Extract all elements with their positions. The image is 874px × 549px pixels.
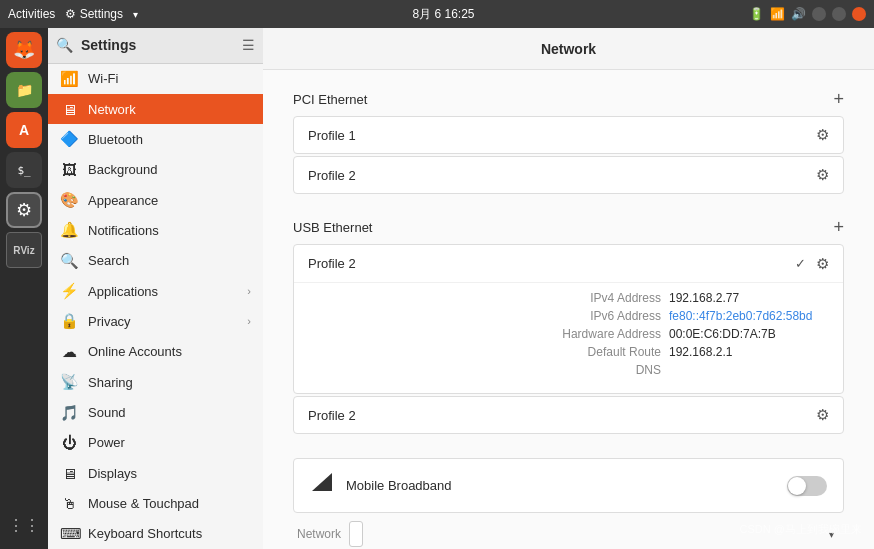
online-accounts-icon: ☁ bbox=[60, 343, 78, 361]
mobile-broadband-row: Mobile Broadband bbox=[293, 458, 844, 513]
content-header: Network bbox=[263, 28, 874, 70]
hardware-label: Hardware Address bbox=[541, 327, 661, 341]
sidebar-menu-icon[interactable]: ☰ bbox=[242, 37, 255, 53]
dns-label: DNS bbox=[541, 363, 661, 377]
ipv6-value: fe80::4f7b:2eb0:7d62:58bd bbox=[669, 309, 829, 323]
pci-profile1-row: Profile 1 ⚙ bbox=[293, 116, 844, 154]
sidebar-item-keyboard-label: Keyboard Shortcuts bbox=[88, 526, 251, 541]
sidebar-item-notifications[interactable]: 🔔 Notifications bbox=[48, 215, 263, 245]
sharing-icon: 📡 bbox=[60, 373, 78, 391]
mobile-network-label: Network bbox=[297, 527, 341, 541]
sidebar-item-bluetooth-label: Bluetooth bbox=[88, 132, 251, 147]
sidebar-title: Settings bbox=[81, 37, 234, 53]
app-name-label[interactable]: ⚙ Settings bbox=[65, 7, 123, 21]
sidebar-item-power[interactable]: ⏻ Power bbox=[48, 428, 263, 458]
taskbar-appstore[interactable]: A bbox=[6, 112, 42, 148]
usb-ethernet-add-button[interactable]: + bbox=[833, 218, 844, 236]
pci-profile1-label: Profile 1 bbox=[308, 128, 816, 143]
taskbar-firefox[interactable]: 🦊 bbox=[6, 32, 42, 68]
usb-expanded-header: Profile 2 ✓ ⚙ bbox=[294, 245, 843, 283]
minimize-button[interactable] bbox=[812, 7, 826, 21]
sidebar-item-appearance[interactable]: 🎨 Appearance bbox=[48, 185, 263, 215]
sidebar-search-icon[interactable]: 🔍 bbox=[56, 37, 73, 53]
mouse-icon: 🖱 bbox=[60, 495, 78, 512]
sidebar-item-keyboard[interactable]: ⌨ Keyboard Shortcuts bbox=[48, 519, 263, 549]
mobile-broadband-toggle[interactable] bbox=[787, 476, 827, 496]
pci-profile2-label: Profile 2 bbox=[308, 168, 816, 183]
ipv6-label: IPv6 Address bbox=[541, 309, 661, 323]
sidebar-item-network-label: Network bbox=[88, 102, 251, 117]
sidebar-item-wifi[interactable]: 📶 Wi-Fi bbox=[48, 64, 263, 94]
taskbar-files[interactable]: 📁 bbox=[6, 72, 42, 108]
power-icon: ⏻ bbox=[60, 434, 78, 451]
pci-profile1-gear-button[interactable]: ⚙ bbox=[816, 126, 829, 144]
profile2-check-icon: ✓ bbox=[795, 256, 806, 271]
sidebar-item-search[interactable]: 🔍 Search bbox=[48, 246, 263, 276]
taskbar-settings[interactable]: ⚙ bbox=[6, 192, 42, 228]
usb-ethernet-section: USB Ethernet + Profile 2 ✓ ⚙ IPv4 Addres… bbox=[293, 218, 844, 434]
sidebar-item-sound[interactable]: 🎵 Sound bbox=[48, 397, 263, 427]
sidebar-item-online-accounts-label: Online Accounts bbox=[88, 344, 251, 359]
sidebar-item-background-label: Background bbox=[88, 162, 251, 177]
usb-expanded-profile: Profile 2 ✓ ⚙ IPv4 Address 192.168.2.77 … bbox=[293, 244, 844, 394]
sidebar: 🔍 Settings ☰ 📶 Wi-Fi 🖥 Network 🔷 Bluetoo… bbox=[48, 28, 263, 549]
network-select[interactable] bbox=[349, 521, 363, 547]
sidebar-item-power-label: Power bbox=[88, 435, 251, 450]
sidebar-item-search-label: Search bbox=[88, 253, 251, 268]
ipv4-label: IPv4 Address bbox=[541, 291, 661, 305]
default-route-row: Default Route 192.168.2.1 bbox=[308, 345, 829, 359]
sidebar-item-displays[interactable]: 🖥 Displays bbox=[48, 458, 263, 488]
close-button[interactable] bbox=[852, 7, 866, 21]
privacy-icon: 🔒 bbox=[60, 312, 78, 330]
sidebar-item-online-accounts[interactable]: ☁ Online Accounts bbox=[48, 337, 263, 367]
pci-ethernet-section: PCI Ethernet + Profile 1 ⚙ Profile 2 ⚙ bbox=[293, 90, 844, 194]
sidebar-item-wifi-label: Wi-Fi bbox=[88, 71, 251, 86]
ipv6-row: IPv6 Address fe80::4f7b:2eb0:7d62:58bd bbox=[308, 309, 829, 323]
sidebar-item-privacy[interactable]: 🔒 Privacy › bbox=[48, 306, 263, 336]
sidebar-item-sound-label: Sound bbox=[88, 405, 251, 420]
pci-ethernet-header: PCI Ethernet + bbox=[293, 90, 844, 108]
sidebar-header: 🔍 Settings ☰ bbox=[48, 28, 263, 64]
sidebar-item-applications-label: Applications bbox=[88, 284, 237, 299]
sidebar-item-bluetooth[interactable]: 🔷 Bluetooth bbox=[48, 124, 263, 154]
sidebar-item-background[interactable]: 🖼 Background bbox=[48, 155, 263, 185]
app-arrow-icon: ▾ bbox=[133, 9, 138, 20]
content-title: Network bbox=[541, 41, 596, 57]
privacy-arrow-icon: › bbox=[247, 315, 251, 327]
sidebar-item-applications[interactable]: ⚡ Applications › bbox=[48, 276, 263, 306]
taskbar-terminal[interactable]: $_ bbox=[6, 152, 42, 188]
usb-profile2b-row: Profile 2 ⚙ bbox=[293, 396, 844, 434]
usb-profile2-gear-button[interactable]: ⚙ bbox=[816, 255, 829, 273]
bluetooth-icon: 🔷 bbox=[60, 130, 78, 148]
sidebar-item-notifications-label: Notifications bbox=[88, 223, 251, 238]
watermark: CSDN @马上到我碗里来 bbox=[740, 522, 862, 537]
sidebar-item-sharing[interactable]: 📡 Sharing bbox=[48, 367, 263, 397]
usb-profile2b-gear-button[interactable]: ⚙ bbox=[816, 406, 829, 424]
window-controls bbox=[812, 7, 866, 21]
content-area: Network PCI Ethernet + Profile 1 ⚙ Profi… bbox=[263, 28, 874, 549]
taskbar-rviz[interactable]: RViz bbox=[6, 232, 42, 268]
activities-label[interactable]: Activities bbox=[8, 7, 55, 21]
background-icon: 🖼 bbox=[60, 161, 78, 178]
mobile-broadband-icon bbox=[310, 471, 334, 500]
search-icon: 🔍 bbox=[60, 252, 78, 270]
sidebar-item-privacy-label: Privacy bbox=[88, 314, 237, 329]
app-grid-icon[interactable]: ⋮⋮ bbox=[6, 507, 42, 543]
usb-ethernet-title: USB Ethernet bbox=[293, 220, 373, 235]
applications-icon: ⚡ bbox=[60, 282, 78, 300]
default-route-label: Default Route bbox=[541, 345, 661, 359]
default-route-value: 192.168.2.1 bbox=[669, 345, 829, 359]
sound-status-icon: 🔊 bbox=[791, 7, 806, 21]
datetime-label: 8月 6 16:25 bbox=[413, 6, 475, 23]
sidebar-item-network[interactable]: 🖥 Network bbox=[48, 94, 263, 124]
pci-profile2-gear-button[interactable]: ⚙ bbox=[816, 166, 829, 184]
sidebar-item-appearance-label: Appearance bbox=[88, 193, 251, 208]
mobile-broadband-title: Mobile Broadband bbox=[346, 478, 787, 493]
sidebar-item-mouse[interactable]: 🖱 Mouse & Touchpad bbox=[48, 488, 263, 518]
network-icon: 🖥 bbox=[60, 101, 78, 118]
wifi-icon: 📶 bbox=[60, 70, 78, 88]
sound-icon: 🎵 bbox=[60, 404, 78, 422]
maximize-button[interactable] bbox=[832, 7, 846, 21]
usb-profile2-details: IPv4 Address 192.168.2.77 IPv6 Address f… bbox=[294, 283, 843, 393]
pci-ethernet-add-button[interactable]: + bbox=[833, 90, 844, 108]
